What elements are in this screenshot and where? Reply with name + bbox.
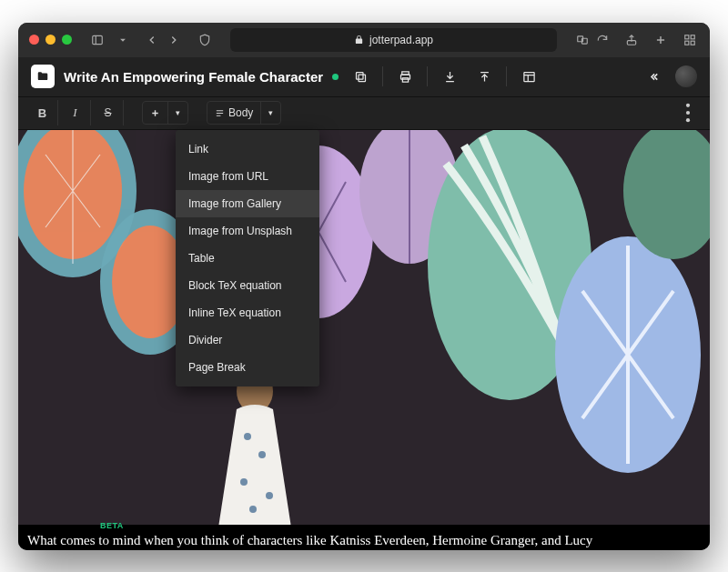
divider	[382, 66, 383, 86]
url-text: jotterpad.app	[369, 34, 433, 46]
menu-item-image-gallery[interactable]: Image from Gallery	[176, 190, 319, 217]
lock-icon	[354, 35, 364, 45]
duplicate-button[interactable]	[348, 64, 373, 89]
chevron-down-icon: ▾	[176, 108, 180, 117]
italic-button[interactable]: I	[60, 100, 91, 125]
hero-image	[18, 130, 710, 525]
beta-badge: BETA	[100, 521, 124, 530]
browser-chrome: jotterpad.app	[18, 23, 710, 57]
svg-point-44	[240, 478, 248, 486]
shield-icon[interactable]	[196, 31, 214, 49]
svg-point-43	[258, 451, 266, 458]
print-button[interactable]	[392, 64, 418, 89]
strikethrough-button[interactable]: S	[93, 100, 124, 125]
avatar[interactable]	[675, 65, 697, 87]
back-button[interactable]	[143, 31, 161, 49]
document-title: Write An Empowering Female Character	[64, 69, 323, 85]
sync-status-dot	[332, 74, 339, 80]
insert-dropdown[interactable]: ▾	[142, 101, 188, 125]
svg-rect-0	[93, 35, 103, 44]
menu-item-image-unsplash[interactable]: Image from Unsplash	[176, 217, 319, 245]
format-toolbar: B I S ▾ Body ▾	[18, 97, 710, 130]
maximize-window-button[interactable]	[62, 35, 72, 45]
divider	[427, 66, 428, 86]
menu-item-page-break[interactable]: Page Break	[176, 354, 319, 381]
folder-icon	[36, 70, 49, 83]
svg-point-42	[244, 433, 251, 440]
menu-item-inline-tex[interactable]: Inline TeX equation	[176, 299, 319, 326]
chevron-down-icon: ▾	[268, 108, 273, 117]
translate-icon[interactable]	[573, 31, 592, 49]
layout-button[interactable]	[516, 64, 541, 89]
svg-rect-11	[359, 75, 366, 82]
tabs-overview-icon[interactable]	[681, 31, 699, 49]
svg-rect-18	[523, 72, 533, 81]
bold-button[interactable]: B	[27, 100, 58, 125]
svg-point-26	[686, 104, 690, 107]
menu-item-divider[interactable]: Divider	[176, 326, 319, 354]
insert-menu: Link Image from URL Image from Gallery I…	[176, 130, 319, 386]
window-controls	[29, 35, 72, 45]
editor-canvas[interactable]: BETA What comes to mind when you think o…	[18, 130, 710, 550]
svg-rect-8	[691, 35, 694, 38]
sidebar-toggle-icon[interactable]	[88, 31, 106, 49]
tab-dropdown-icon[interactable]	[114, 31, 132, 49]
menu-item-image-url[interactable]: Image from URL	[176, 163, 319, 190]
svg-rect-12	[356, 72, 363, 79]
body-text-preview[interactable]: What comes to mind when you think of cha…	[27, 533, 701, 548]
new-tab-button[interactable]	[652, 31, 670, 49]
minimize-window-button[interactable]	[46, 35, 56, 45]
svg-point-46	[249, 506, 257, 513]
download-button[interactable]	[437, 64, 462, 89]
share-icon[interactable]	[622, 31, 641, 49]
close-window-button[interactable]	[29, 35, 39, 45]
divider	[506, 66, 507, 86]
address-bar[interactable]: jotterpad.app	[230, 28, 557, 52]
paragraph-style-dropdown[interactable]: Body ▾	[207, 101, 281, 125]
home-button[interactable]	[31, 65, 55, 88]
forward-button[interactable]	[165, 31, 183, 49]
app-window: jotterpad.app	[18, 23, 710, 550]
svg-rect-7	[685, 35, 689, 38]
plus-icon	[150, 108, 160, 118]
app-header: Write An Empowering Female Character	[18, 57, 710, 97]
upload-button[interactable]	[471, 64, 497, 89]
menu-item-block-tex[interactable]: Block TeX equation	[176, 272, 319, 299]
svg-point-27	[686, 111, 690, 115]
paragraph-icon	[215, 108, 225, 118]
more-options-button[interactable]	[675, 100, 701, 125]
svg-rect-9	[685, 41, 689, 45]
collapse-button[interactable]	[641, 64, 666, 89]
svg-point-45	[266, 492, 273, 499]
style-label: Body	[228, 106, 253, 119]
menu-item-link[interactable]: Link	[176, 135, 319, 163]
reload-button[interactable]	[593, 31, 612, 49]
svg-point-28	[686, 118, 690, 122]
svg-rect-10	[691, 41, 694, 45]
menu-item-table[interactable]: Table	[176, 245, 319, 272]
